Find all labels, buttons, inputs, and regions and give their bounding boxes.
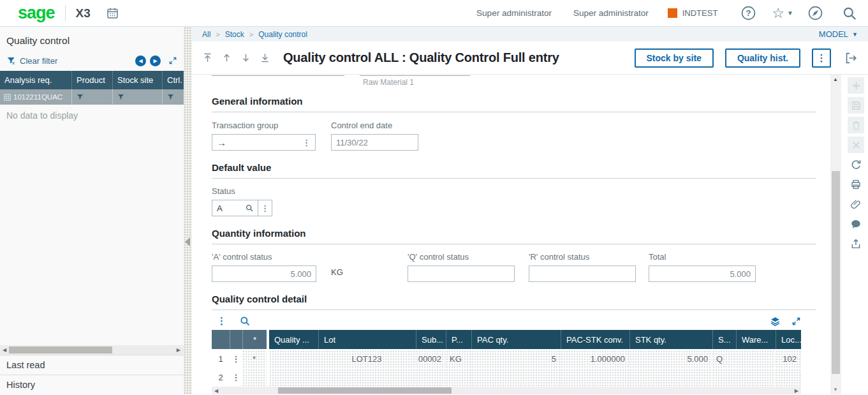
column-header-stock-site[interactable]: Stock site <box>112 71 162 89</box>
main-vertical-scrollbar[interactable]: ▲ ▼ <box>830 75 841 394</box>
scroll-left-icon[interactable]: ◀ <box>3 347 6 353</box>
cell-quality[interactable] <box>269 369 318 386</box>
print-button[interactable] <box>848 176 864 193</box>
first-record-button[interactable] <box>202 52 213 63</box>
scroll-left-icon[interactable]: ◀ <box>214 388 218 394</box>
grid-expand-icon[interactable] <box>791 317 801 326</box>
grid-header-star[interactable]: * <box>242 330 267 349</box>
cell-sublot[interactable]: 00002 <box>416 350 446 368</box>
cell-sublot[interactable] <box>416 369 446 386</box>
last-read-section[interactable]: Last read <box>0 355 184 375</box>
grid-horizontal-scrollbar[interactable]: ◀ ▶ <box>212 387 801 394</box>
cell-pac-stk-conv[interactable] <box>561 369 629 386</box>
cell-location[interactable] <box>776 369 801 386</box>
cell-pac-unit[interactable] <box>446 369 471 386</box>
cell-stk-qty[interactable]: 5.000 <box>629 350 712 368</box>
scrollbar-thumb[interactable] <box>9 347 112 354</box>
cell-pac-qty[interactable]: 5 <box>471 350 561 368</box>
save-button[interactable] <box>848 97 864 114</box>
column-header-analysis-req[interactable]: Analysis req. <box>0 71 71 89</box>
grid-header-lot[interactable]: Lot <box>318 330 416 349</box>
grid-header-location[interactable]: Loc... <box>776 330 801 349</box>
cell-stk-qty[interactable] <box>629 369 712 386</box>
grid-search-icon[interactable] <box>239 315 251 327</box>
refresh-button[interactable] <box>848 156 864 173</box>
cell-lot[interactable]: LOT123 <box>318 350 416 368</box>
comment-icon[interactable] <box>848 216 864 232</box>
cancel-button[interactable] <box>848 137 864 153</box>
row-actions-icon[interactable]: ⋮ <box>230 350 242 368</box>
stock-site-filter-cell[interactable] <box>112 89 162 105</box>
cell-pac-unit[interactable]: KG <box>446 350 471 368</box>
grid-header-pac-stk-conv[interactable]: PAC-STK conv. <box>561 330 629 349</box>
cell-pac-stk-conv[interactable]: 1.000000 <box>561 350 629 368</box>
grid-header-pac-unit[interactable]: P... <box>446 330 471 349</box>
scroll-up-icon[interactable]: ▲ <box>833 77 838 82</box>
previous-record-button[interactable]: ◀ <box>135 56 146 66</box>
last-record-button[interactable] <box>260 52 270 63</box>
field-options-icon[interactable]: ⋮ <box>302 138 311 147</box>
product-filter-cell[interactable] <box>71 89 112 105</box>
grid-header-status[interactable]: S... <box>712 330 736 349</box>
transaction-group-field[interactable]: → ⋮ <box>212 134 316 151</box>
expand-panel-icon[interactable] <box>168 56 177 65</box>
new-record-button[interactable] <box>848 77 864 94</box>
history-section[interactable]: History <box>0 375 184 394</box>
scroll-down-icon[interactable]: ▼ <box>833 387 838 392</box>
cell-status[interactable]: Q <box>712 350 736 368</box>
navigation-compass-icon[interactable] <box>807 5 823 21</box>
scroll-right-icon[interactable]: ▶ <box>177 347 180 353</box>
model-dropdown[interactable]: MODEL ▼ <box>819 29 858 39</box>
status-field[interactable]: A ⋮ <box>212 200 272 216</box>
jump-arrow-icon[interactable]: → <box>217 137 226 148</box>
cell-pac-qty[interactable] <box>471 369 561 386</box>
more-actions-button[interactable]: ⋮ <box>812 48 831 68</box>
attachment-icon[interactable] <box>848 196 864 212</box>
analysis-req-filter-cell[interactable]: 1012211QUAC <box>0 89 71 105</box>
clear-filter-button[interactable]: Clear filter <box>6 56 57 66</box>
cell-star[interactable] <box>242 369 267 386</box>
grid-options-icon[interactable]: ⋮ <box>217 315 226 327</box>
favorites-star-icon[interactable]: ☆▼ <box>772 6 793 20</box>
sage-logo[interactable]: sage <box>18 4 55 22</box>
row-actions-icon[interactable]: ⋮ <box>230 369 242 386</box>
r-control-status-field[interactable] <box>529 265 636 282</box>
cell-location[interactable]: 102 <box>776 350 801 368</box>
stock-by-site-button[interactable]: Stock by site <box>635 48 714 68</box>
delete-button[interactable] <box>848 117 864 133</box>
breadcrumb-all[interactable]: All <box>202 30 210 39</box>
cell-star[interactable]: * <box>242 350 267 368</box>
grid-header-pac-qty[interactable]: PAC qty. <box>471 330 561 349</box>
control-end-date-field[interactable]: 11/30/22 <box>331 134 418 151</box>
exit-icon[interactable] <box>844 51 858 65</box>
user-menu[interactable]: Super administrator <box>476 8 552 18</box>
next-record-arrow-button[interactable] <box>240 52 251 63</box>
next-record-button[interactable]: ▶ <box>150 56 161 66</box>
grid-header-stk-qty[interactable]: STK qty. <box>629 330 712 349</box>
grid-header-warehouse[interactable]: Ware... <box>736 330 776 349</box>
q-control-status-field[interactable] <box>408 265 515 282</box>
breadcrumb-stock[interactable]: Stock <box>225 30 244 39</box>
cell-warehouse[interactable] <box>736 369 776 386</box>
calendar-icon[interactable] <box>106 6 119 20</box>
scroll-right-icon[interactable]: ▶ <box>795 388 798 394</box>
a-control-status-field[interactable]: 5.000 <box>212 265 316 282</box>
cell-lot[interactable] <box>318 369 416 386</box>
grid-header-quality[interactable]: Quality ... <box>269 330 318 349</box>
breadcrumb-quality-control[interactable]: Quality control <box>258 30 307 39</box>
scrollbar-thumb[interactable] <box>832 171 840 374</box>
help-icon[interactable]: ? <box>740 5 756 21</box>
share-icon[interactable] <box>848 235 864 252</box>
grid-layers-icon[interactable] <box>769 316 781 327</box>
grid-header-sublot[interactable]: Sub... <box>416 330 446 349</box>
ctrl-filter-cell[interactable] <box>162 89 184 105</box>
column-header-product[interactable]: Product <box>71 71 112 89</box>
endpoint-name[interactable]: INDTEST <box>682 8 718 18</box>
field-options-icon[interactable]: ⋮ <box>261 204 269 213</box>
panel-splitter[interactable] <box>184 27 192 394</box>
search-icon[interactable] <box>841 5 858 22</box>
cell-warehouse[interactable] <box>736 350 776 368</box>
scrollbar-thumb[interactable] <box>278 387 452 394</box>
panel-horizontal-scrollbar[interactable]: ◀ ▶ <box>0 345 184 355</box>
cell-quality[interactable] <box>269 350 318 368</box>
